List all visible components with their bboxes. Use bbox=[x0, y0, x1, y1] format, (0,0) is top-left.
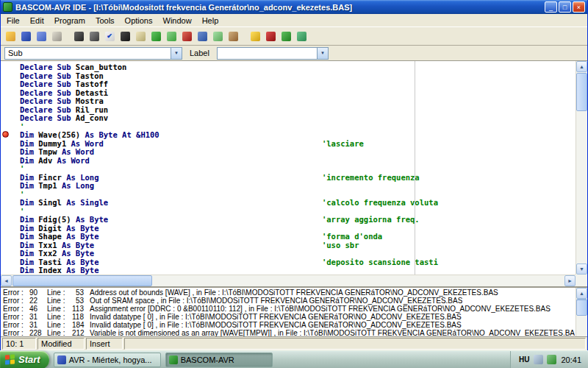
line-label: Line : bbox=[47, 313, 72, 321]
menu-item-window[interactable]: Window bbox=[158, 15, 197, 26]
error-row[interactable]: Error :90Line :53Address out of bounds [… bbox=[3, 289, 575, 297]
gutter[interactable] bbox=[1, 241, 20, 250]
toolbar: ✔ bbox=[1, 26, 587, 46]
error-row[interactable]: Error :22Line :53Out of SRAM space , in … bbox=[3, 297, 575, 305]
gutter[interactable] bbox=[1, 97, 20, 106]
taskbar-task-avr-mi-rtek-hogya[interactable]: AVR - Miértek, hogya... bbox=[54, 353, 161, 367]
menu-item-help[interactable]: Help bbox=[197, 15, 224, 26]
save-file-button[interactable] bbox=[18, 29, 33, 43]
stop-icon bbox=[266, 32, 276, 41]
open-file-button[interactable] bbox=[3, 29, 18, 43]
scroll-up-icon[interactable]: ▲ bbox=[576, 288, 587, 299]
find-button[interactable] bbox=[71, 29, 86, 43]
scroll-up-icon[interactable]: ▲ bbox=[576, 61, 587, 72]
code-line[interactable]: Dim Tmp1 As Long bbox=[1, 182, 576, 191]
stop-button[interactable] bbox=[263, 29, 278, 43]
error-line-number: 184 bbox=[72, 321, 90, 329]
chip-pinout-button[interactable] bbox=[279, 29, 293, 43]
chevron-down-icon[interactable]: ▼ bbox=[171, 48, 182, 59]
scroll-right-icon[interactable]: ► bbox=[564, 275, 576, 286]
gutter[interactable] bbox=[1, 63, 20, 72]
language-indicator[interactable]: HU bbox=[519, 355, 529, 364]
gutter[interactable] bbox=[1, 114, 20, 123]
breakpoint-icon[interactable] bbox=[2, 131, 9, 138]
gutter[interactable] bbox=[1, 106, 20, 115]
breakpoint-gutter[interactable] bbox=[1, 131, 20, 140]
chevron-down-icon[interactable]: ▼ bbox=[317, 48, 328, 59]
tip-button[interactable] bbox=[248, 29, 262, 43]
maximize-button[interactable]: □ bbox=[559, 1, 571, 13]
editor-horizontal-scrollbar[interactable]: ◄ ► bbox=[1, 275, 576, 286]
menu-item-file[interactable]: File bbox=[1, 15, 25, 26]
gutter[interactable] bbox=[1, 208, 20, 216]
error-row[interactable]: Error :228Line :212Variable is not dimen… bbox=[3, 329, 575, 336]
gutter[interactable] bbox=[1, 89, 20, 98]
code-editor[interactable]: Declare Sub Scan_buttonDeclare Sub Tasto… bbox=[1, 60, 587, 287]
gutter[interactable] bbox=[1, 250, 20, 258]
horizontal-scroll-thumb[interactable] bbox=[12, 275, 152, 286]
simulate-button[interactable] bbox=[148, 29, 163, 43]
editor-vertical-scrollbar[interactable]: ▲ ▼ bbox=[576, 61, 587, 275]
close-button[interactable]: × bbox=[573, 1, 585, 13]
terminal-button[interactable] bbox=[195, 29, 209, 43]
tray-app-icon[interactable] bbox=[547, 355, 556, 364]
emulator-button[interactable] bbox=[164, 29, 179, 43]
menu-item-options[interactable]: Options bbox=[120, 15, 158, 26]
gutter[interactable] bbox=[1, 233, 20, 241]
errors-vertical-scrollbar[interactable]: ▲ ▼ bbox=[576, 288, 587, 336]
menu-item-edit[interactable]: Edit bbox=[25, 15, 49, 26]
save-all-button[interactable] bbox=[34, 29, 49, 43]
gutter[interactable] bbox=[1, 182, 20, 191]
gutter[interactable] bbox=[1, 258, 20, 267]
print-button[interactable] bbox=[49, 29, 64, 43]
line-label: Line : bbox=[47, 305, 72, 313]
scroll-down-icon[interactable]: ▼ bbox=[576, 263, 587, 275]
show-result-button[interactable] bbox=[133, 29, 148, 43]
code-line[interactable]: Declare Sub Ad_conv bbox=[1, 114, 576, 123]
sub-navigator-combo[interactable]: Sub ▼ bbox=[4, 47, 182, 60]
gutter[interactable] bbox=[1, 165, 20, 174]
pcb-button[interactable] bbox=[294, 29, 309, 43]
error-row[interactable]: Error :31Line :118Invalid datatype [ 0] … bbox=[3, 313, 575, 321]
error-row[interactable]: Error :46Line :113Assignment error [DDRC… bbox=[3, 305, 575, 313]
gutter[interactable] bbox=[1, 174, 20, 183]
gutter[interactable] bbox=[1, 216, 20, 224]
find-next-button[interactable] bbox=[87, 29, 101, 43]
error-message: Invalid datatype [ 0] , in File : I:\TóB… bbox=[90, 321, 462, 329]
gutter[interactable] bbox=[1, 72, 20, 81]
vertical-scroll-thumb[interactable] bbox=[576, 73, 587, 111]
taskbar-task-bascom-avr[interactable]: BASCOM-AVR bbox=[165, 353, 273, 367]
label-navigator-combo[interactable]: ▼ bbox=[217, 47, 329, 60]
gutter[interactable] bbox=[1, 148, 20, 157]
lib-manager-icon bbox=[229, 32, 238, 41]
gutter[interactable] bbox=[1, 199, 20, 208]
menu-item-tools[interactable]: Tools bbox=[90, 15, 120, 26]
start-button[interactable]: Start bbox=[0, 351, 49, 368]
code-line[interactable]: Dim Adv As Word bbox=[1, 157, 576, 166]
compile-button[interactable] bbox=[118, 29, 132, 43]
gutter[interactable] bbox=[1, 123, 20, 132]
syntax-check-button[interactable]: ✔ bbox=[102, 29, 117, 43]
error-number: 46 bbox=[29, 305, 47, 313]
lib-manager-button[interactable] bbox=[226, 29, 240, 43]
code-area[interactable]: Declare Sub Scan_buttonDeclare Sub Tasto… bbox=[1, 61, 576, 275]
menu-item-program[interactable]: Program bbox=[49, 15, 90, 26]
scroll-left-icon[interactable]: ◄ bbox=[1, 275, 12, 286]
clock[interactable]: 20:41 bbox=[561, 355, 581, 364]
gutter[interactable] bbox=[1, 157, 20, 166]
gutter[interactable] bbox=[1, 191, 20, 199]
gutter[interactable] bbox=[1, 266, 20, 275]
error-list-panel[interactable]: Error :90Line :53Address out of bounds [… bbox=[1, 287, 587, 337]
error-number: 228 bbox=[29, 329, 47, 336]
programmer-button[interactable] bbox=[179, 29, 194, 43]
minimize-button[interactable]: _ bbox=[545, 1, 557, 13]
errors-scroll-thumb[interactable] bbox=[576, 300, 587, 316]
lcd-designer-button[interactable] bbox=[210, 29, 225, 43]
code-line[interactable]: Dim Index As Byte bbox=[1, 266, 576, 275]
gutter[interactable] bbox=[1, 224, 20, 233]
code-line[interactable]: Dim Singl As Single 'calcolo frequenza v… bbox=[1, 199, 576, 208]
gutter[interactable] bbox=[1, 140, 20, 149]
gutter[interactable] bbox=[1, 80, 20, 89]
tray-volume-icon[interactable] bbox=[534, 355, 543, 364]
error-row[interactable]: Error :31Line :184Invalid datatype [ 0] … bbox=[3, 321, 575, 329]
